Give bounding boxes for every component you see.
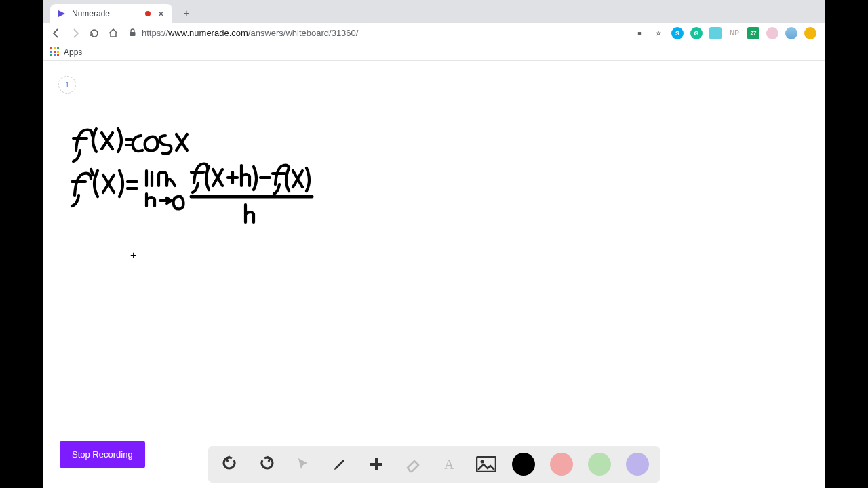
color-purple[interactable] (626, 453, 649, 476)
undo-button[interactable] (219, 453, 241, 475)
ext-np-icon[interactable]: NP (728, 27, 741, 39)
new-tab-button[interactable]: + (178, 5, 195, 22)
ext-globe-icon[interactable] (785, 27, 797, 39)
ext-skype-icon[interactable]: S (671, 27, 684, 39)
home-button[interactable] (106, 26, 121, 41)
back-button[interactable] (49, 26, 64, 41)
color-red[interactable] (550, 453, 573, 476)
tab-title: Numerade (72, 9, 110, 18)
viewport: Numerade ✕ + (0, 0, 868, 488)
browser-window: Numerade ✕ + (43, 0, 825, 488)
svg-rect-3 (477, 457, 496, 472)
ext-profile-icon[interactable] (804, 27, 816, 39)
color-green[interactable] (588, 453, 611, 476)
apps-icon[interactable] (50, 47, 60, 57)
svg-point-4 (481, 460, 484, 464)
pen-tool[interactable] (329, 453, 351, 475)
bookmarks-bar: Apps (43, 43, 825, 61)
ext-star-icon[interactable]: ☆ (652, 27, 665, 39)
svg-rect-1 (130, 32, 136, 36)
address-bar[interactable]: https://www.numerade.com/answers/whitebo… (125, 28, 629, 38)
tab-strip: Numerade ✕ + (43, 0, 825, 23)
browser-tab[interactable]: Numerade ✕ (50, 4, 172, 23)
ext-monitor-icon[interactable] (709, 27, 722, 39)
close-tab-icon[interactable]: ✕ (156, 9, 165, 18)
stop-recording-button[interactable]: Stop Recording (60, 441, 145, 468)
whiteboard-toolbar: A (208, 446, 660, 483)
svg-text:A: A (444, 457, 454, 472)
svg-marker-0 (58, 10, 65, 17)
tab-favicon (57, 9, 66, 18)
whiteboard-canvas (43, 61, 825, 441)
forward-button[interactable] (68, 26, 83, 41)
extension-icons: ■ ☆ S G NP 27 (633, 27, 819, 39)
redo-button[interactable] (256, 453, 277, 475)
url-text: https://www.numerade.com/answers/whitebo… (142, 28, 358, 38)
crosshair-cursor-icon: + (130, 249, 136, 262)
ext-grammarly-icon[interactable]: G (690, 27, 703, 39)
add-tool[interactable] (366, 453, 387, 475)
reload-button[interactable] (87, 26, 102, 41)
text-tool[interactable]: A (439, 453, 460, 475)
apps-label[interactable]: Apps (64, 47, 82, 57)
ext-camera-icon[interactable]: ■ (633, 27, 646, 39)
whiteboard-content[interactable]: 1 (43, 61, 825, 488)
image-tool[interactable] (475, 453, 497, 475)
recording-indicator-icon (145, 11, 151, 16)
color-black[interactable] (512, 453, 535, 476)
pointer-tool[interactable] (292, 453, 314, 475)
ext-cal-icon[interactable]: 27 (747, 27, 760, 39)
eraser-tool[interactable] (402, 453, 424, 475)
ext-pin-icon[interactable] (766, 27, 778, 39)
browser-toolbar: https://www.numerade.com/answers/whitebo… (43, 23, 825, 43)
lock-icon (129, 28, 136, 38)
